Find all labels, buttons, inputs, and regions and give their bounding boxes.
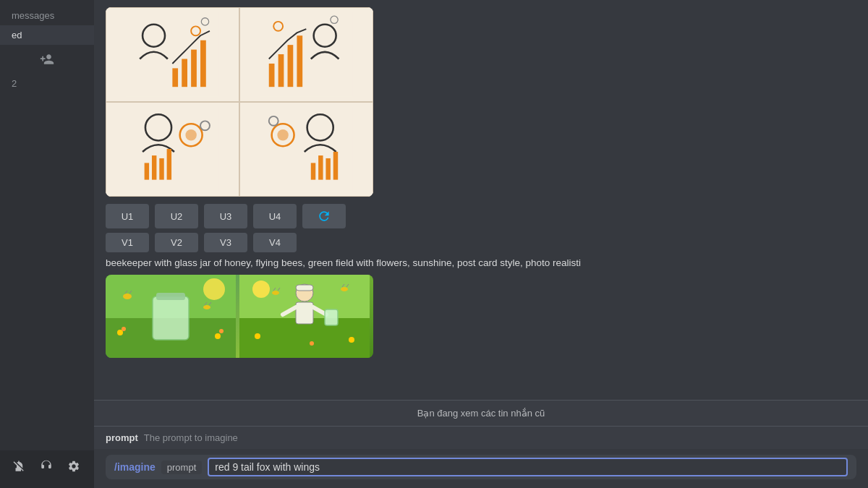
upscale-u3-button[interactable]: U3 — [204, 204, 247, 228]
settings-button[interactable] — [64, 456, 84, 476]
input-bar: /imagine prompt — [106, 455, 856, 479]
variation-v4-button[interactable]: V4 — [253, 233, 297, 252]
svg-point-47 — [215, 333, 221, 339]
svg-point-65 — [349, 337, 354, 343]
svg-rect-21 — [152, 156, 156, 181]
imagine-input[interactable] — [208, 458, 848, 476]
beekeeper-cell-left — [106, 275, 239, 358]
sidebar-nav: messages ed 2 — [0, 0, 94, 99]
command-hint-desc: The prompt to imagine — [144, 432, 238, 443]
svg-rect-32 — [333, 152, 338, 180]
beekeeper-image-grid — [106, 275, 373, 358]
sidebar-item-2[interactable]: 2 — [0, 74, 94, 93]
variation-v3-button[interactable]: V3 — [204, 233, 247, 252]
svg-rect-4 — [191, 50, 197, 87]
svg-rect-38 — [156, 293, 185, 300]
beekeeper-image-wrapper — [106, 275, 856, 358]
svg-point-45 — [117, 330, 123, 335]
svg-point-61 — [341, 287, 348, 291]
variation-button-row: V1 V2 V3 V4 — [106, 233, 856, 252]
svg-point-46 — [122, 327, 126, 331]
sidebar-item-ed[interactable]: ed — [0, 25, 94, 45]
upscale-u1-button[interactable]: U1 — [106, 204, 149, 228]
mute-button[interactable] — [9, 456, 29, 476]
svg-rect-20 — [145, 163, 149, 180]
svg-point-64 — [255, 333, 260, 339]
old-messages-banner: Bạn đang xem các tin nhắn cũ — [94, 400, 868, 426]
command-label: /imagine — [114, 461, 156, 473]
svg-point-28 — [278, 129, 289, 140]
svg-point-19 — [186, 129, 197, 140]
svg-rect-29 — [311, 163, 315, 180]
svg-point-42 — [203, 305, 210, 309]
chat-area[interactable]: U1 U2 U3 U4 V1 V2 V3 V4 beekeeper with g… — [94, 0, 868, 400]
infographic-image-wrapper — [106, 7, 856, 197]
svg-point-39 — [123, 294, 132, 299]
upscale-button-row: U1 U2 U3 U4 — [106, 204, 856, 228]
svg-rect-2 — [173, 69, 179, 87]
svg-rect-22 — [159, 158, 163, 180]
beekeeper-prompt-text: beekeeper with glass jar of honey, flyin… — [106, 257, 793, 270]
add-member-button[interactable] — [33, 51, 61, 68]
svg-rect-37 — [153, 296, 189, 340]
svg-rect-31 — [326, 158, 331, 180]
svg-rect-53 — [296, 285, 313, 291]
main-content: U1 U2 U3 U4 V1 V2 V3 V4 beekeeper with g… — [94, 0, 868, 488]
svg-rect-13 — [297, 36, 303, 87]
svg-rect-25 — [260, 107, 353, 191]
svg-point-48 — [219, 329, 224, 333]
variation-v1-button[interactable]: V1 — [106, 233, 149, 252]
svg-point-51 — [252, 281, 270, 298]
infographic-cell-4 — [239, 102, 373, 197]
svg-rect-30 — [318, 156, 323, 181]
svg-rect-57 — [325, 309, 338, 325]
svg-point-66 — [310, 341, 314, 346]
sidebar: messages ed 2 — [0, 0, 94, 488]
param-tag: prompt — [161, 461, 202, 474]
command-hint-bar: prompt The prompt to imagine — [94, 426, 868, 449]
svg-rect-23 — [167, 150, 171, 181]
headset-button[interactable] — [36, 456, 56, 476]
infographic-image-grid — [106, 7, 373, 197]
infographic-cell-1 — [106, 7, 239, 102]
beekeeper-cell-right — [239, 275, 373, 358]
refresh-button[interactable] — [302, 204, 346, 228]
upscale-u2-button[interactable]: U2 — [155, 204, 198, 228]
svg-rect-10 — [269, 64, 275, 87]
variation-v2-button[interactable]: V2 — [155, 233, 198, 252]
svg-rect-54 — [296, 302, 313, 324]
svg-point-58 — [272, 291, 279, 295]
upscale-u4-button[interactable]: U4 — [253, 204, 297, 228]
infographic-cell-3 — [106, 102, 239, 197]
svg-point-36 — [203, 278, 225, 300]
infographic-cell-2 — [239, 7, 373, 102]
svg-rect-12 — [288, 46, 294, 87]
svg-rect-3 — [182, 59, 187, 87]
sidebar-item-messages[interactable]: messages — [0, 6, 94, 25]
svg-rect-16 — [126, 107, 219, 191]
svg-rect-11 — [278, 55, 284, 87]
command-hint-name: prompt — [106, 432, 138, 443]
svg-rect-5 — [200, 40, 206, 87]
sidebar-bottom-bar — [0, 450, 94, 488]
